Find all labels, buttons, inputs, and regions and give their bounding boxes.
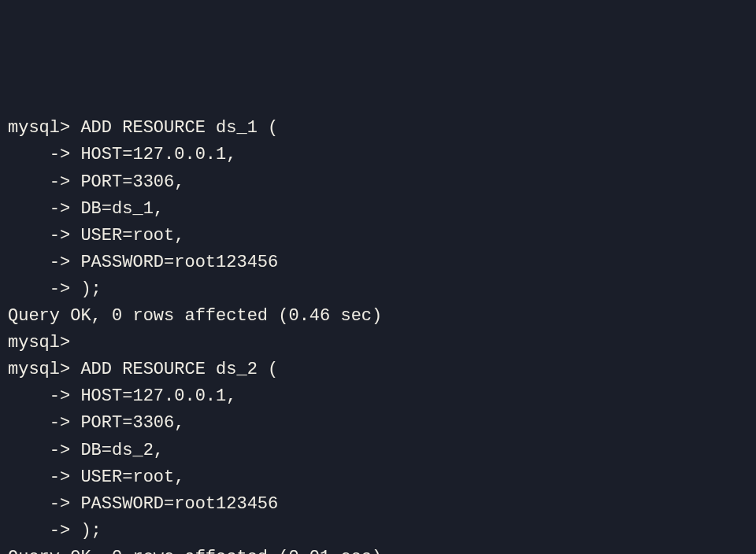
command-text: ); xyxy=(70,279,102,299)
continuation-prompt: -> xyxy=(8,199,70,219)
query-result: Query OK, 0 rows affected (0.01 sec) xyxy=(8,545,748,554)
command-text: ); xyxy=(70,521,102,541)
query-result: Query OK, 0 rows affected (0.46 sec) xyxy=(8,303,748,330)
command-text: PORT=3306, xyxy=(70,172,184,192)
command-text: DB=ds_1, xyxy=(70,199,164,219)
terminal-line: -> PORT=3306, xyxy=(8,169,748,196)
continuation-prompt: -> xyxy=(8,279,70,299)
terminal-line: -> DB=ds_2, xyxy=(8,438,748,464)
terminal-line: -> HOST=127.0.0.1, xyxy=(8,142,748,168)
continuation-prompt: -> xyxy=(8,521,70,541)
terminal-line: -> PASSWORD=root123456 xyxy=(8,491,748,518)
terminal-line: -> USER=root, xyxy=(8,464,748,491)
command-text: PORT=3306, xyxy=(70,413,184,433)
terminal-line: -> ); xyxy=(8,518,748,545)
continuation-prompt: -> xyxy=(8,226,70,246)
command-text: HOST=127.0.0.1, xyxy=(70,145,236,164)
command-text: USER=root, xyxy=(70,226,184,246)
command-text: PASSWORD=root123456 xyxy=(70,494,278,514)
command-text: HOST=127.0.0.1, xyxy=(70,386,236,406)
terminal-line: mysql> ADD RESOURCE ds_1 ( xyxy=(8,115,748,142)
terminal-line: -> PORT=3306, xyxy=(8,410,748,437)
mysql-prompt: mysql> xyxy=(8,333,70,353)
command-text: DB=ds_2, xyxy=(70,441,164,460)
mysql-prompt: mysql> xyxy=(8,360,70,379)
continuation-prompt: -> xyxy=(8,145,70,164)
mysql-prompt: mysql> xyxy=(8,118,70,138)
continuation-prompt: -> xyxy=(8,467,70,487)
terminal-line: mysql> ADD RESOURCE ds_2 ( xyxy=(8,356,748,383)
command-text: USER=root, xyxy=(70,467,184,487)
terminal-line: -> PASSWORD=root123456 xyxy=(8,249,748,276)
command-text: PASSWORD=root123456 xyxy=(70,253,278,272)
continuation-prompt: -> xyxy=(8,253,70,272)
continuation-prompt: -> xyxy=(8,413,70,433)
terminal-line: mysql> xyxy=(8,330,748,356)
command-text xyxy=(70,333,80,353)
continuation-prompt: -> xyxy=(8,441,70,460)
command-text: ADD RESOURCE ds_2 ( xyxy=(70,360,278,379)
command-text: ADD RESOURCE ds_1 ( xyxy=(70,118,278,138)
terminal-line: -> ); xyxy=(8,276,748,303)
continuation-prompt: -> xyxy=(8,172,70,192)
terminal-line: -> USER=root, xyxy=(8,223,748,249)
terminal-line: -> HOST=127.0.0.1, xyxy=(8,383,748,410)
terminal-line: -> DB=ds_1, xyxy=(8,196,748,223)
continuation-prompt: -> xyxy=(8,386,70,406)
continuation-prompt: -> xyxy=(8,494,70,514)
